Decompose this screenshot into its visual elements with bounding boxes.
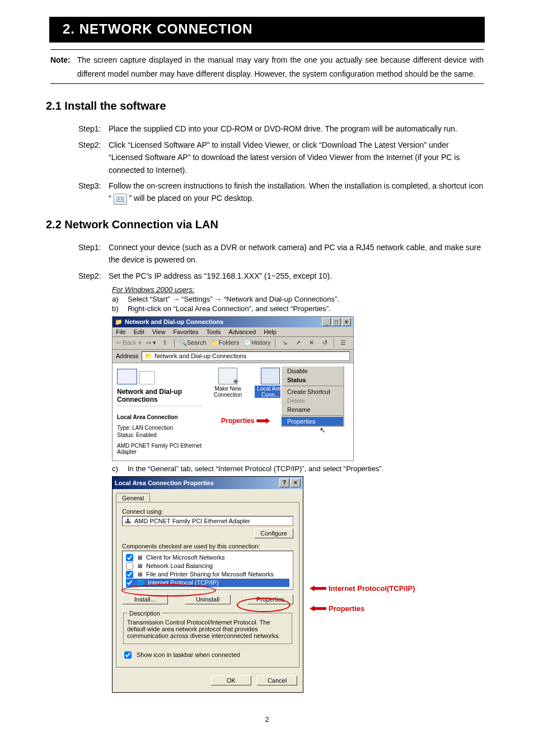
s22-step2-body: Set the PC’s IP address as “192.168.1.XX… [109,270,484,282]
red-arrow-left-icon [310,585,326,591]
address-value: Network and Dial-up Connections [154,353,246,359]
ctx-properties[interactable]: Properties [282,417,343,426]
ctx-disable[interactable]: Disable [282,367,343,375]
folder-icon: 📁 [115,318,123,326]
chk-client[interactable] [126,554,133,561]
ctx-create-shortcut[interactable]: Create Shortcut [282,387,343,396]
item-fps: File and Printer Sharing for Microsoft N… [146,571,274,577]
tb-back[interactable]: ⇦ Back ▾ [116,339,142,346]
up-icon[interactable]: ⇧ [161,339,170,348]
sub-a-label: a) [112,295,122,303]
shortcut-icon [114,194,127,205]
left-adapter: AMD PCNET Family PCI Ethernet Adapter [117,443,203,455]
show-icon-label: Show icon in taskbar when connected [137,651,240,658]
s22-step1-label: Step1: [78,241,109,266]
monitor-icon: 🖥 [137,554,143,561]
left-status: Status: Enabled [117,432,203,438]
menu-tools[interactable]: Tools [207,328,221,335]
tab-strip: General [113,489,303,502]
description-body: Transmission Control Protocol/Internet P… [127,619,288,639]
components-list[interactable]: 🖥Client for Microsoft Networks 🖥Network … [122,551,293,590]
menu-edit[interactable]: Edit [134,328,144,335]
install-button[interactable]: Install... [122,594,168,604]
sub-list-c: c) In the “General” tab, select “Interne… [112,464,484,473]
context-menu[interactable]: Disable Status Create Shortcut Delete Re… [280,365,344,427]
note-label: Note: [50,53,71,67]
left-type: Type: LAN Connection [117,425,173,431]
help-button[interactable]: ? [279,478,289,487]
for-win2000-note: For Windows 2000 users: [112,285,484,294]
win2k-addressbar: Address 📁 Network and Dial-up Connection… [113,350,353,363]
copy-to-icon[interactable]: ↗ [293,339,302,348]
win2k-menubar[interactable]: File Edit View Favorites Tools Advanced … [113,327,353,337]
ok-button[interactable]: OK [211,675,251,685]
item-nlb: Network Load Balancing [146,562,213,569]
screenshot-network-dialup: 📁 Network and Dial-up Connections _ □ × … [112,316,354,461]
step2-body: Click “Licensed Software AP” to install … [109,139,484,176]
callout-internet-protocol: Internet Protocol(TCP/IP) [329,584,415,593]
description-legend: Description [127,610,162,617]
monitor-icon: 🖥 [137,571,143,577]
rule-top [50,49,484,50]
properties-button[interactable]: Properties [247,594,293,604]
configure-button[interactable]: Configure [254,528,293,538]
s22-step1-body: Connect your device (such as a DVR or ne… [109,241,484,266]
make-new-connection-label: Make New Connection [212,386,243,398]
tab-general[interactable]: General [116,493,150,503]
win2k-titlebar[interactable]: 📁 Network and Dial-up Connections _ □ × [113,317,353,327]
dlg-titlebar[interactable]: Local Area Connection Properties ? × [113,477,303,489]
note-block: Note: The screen capture displayed in th… [50,53,484,81]
s22-step2-label: Step2: [78,270,109,282]
close-button-2[interactable]: × [291,478,301,487]
chk-fps[interactable] [126,571,133,578]
step2-label: Step2: [78,139,109,176]
ctx-rename[interactable]: Rename [282,405,343,414]
svg-point-2 [121,198,123,200]
maximize-button[interactable]: □ [332,318,341,326]
menu-file[interactable]: File [116,328,126,335]
section-2-2-title: 2.2 Network Connection via LAN [46,218,484,231]
undo-icon[interactable]: ↺ [320,339,329,348]
ctx-status[interactable]: Status [282,375,343,384]
left-title: Network and Dial-up Connections [117,388,203,403]
cancel-button[interactable]: Cancel [257,675,297,685]
menu-view[interactable]: View [152,328,166,335]
callout-properties-1: Properties [221,417,254,425]
section-2-1-title: 2.1 Install the software [46,100,484,112]
tb-forward[interactable]: ⇨ ▾ [146,339,156,346]
section-2-1-steps: Step1: Place the supplied CD into your C… [78,123,484,204]
svg-rect-0 [116,197,124,201]
step1-label: Step1: [78,123,109,135]
adapter-field[interactable]: 🖧 AMD PCNET Family PCI Ethernet Adapter [122,516,293,526]
close-button[interactable]: × [342,318,351,326]
chk-nlb[interactable] [126,562,133,570]
tb-search[interactable]: 🔍Search [179,339,207,346]
menu-advanced[interactable]: Advanced [228,328,256,335]
screenshot-lan-properties: Local Area Connection Properties ? × Gen… [112,476,303,693]
address-field[interactable]: 📁 Network and Dial-up Connections [142,351,350,361]
tb-folders[interactable]: 📁Folders [211,339,240,346]
menu-help[interactable]: Help [264,328,277,335]
sub-a-body: Select “Start” → “Settings” → “Network a… [128,295,339,303]
chapter-title: 2. NETWORK CONNECTION [49,21,485,37]
show-icon-checkbox[interactable] [124,651,132,659]
protocol-icon: 🌐 [137,579,144,586]
step3-body-after: ” will be placed on your PC desktop. [129,194,254,203]
move-to-icon[interactable]: ↘ [280,339,289,348]
make-new-connection-icon[interactable]: ✳ Make New Connection [212,368,243,398]
views-icon[interactable]: ☰ [339,339,348,348]
description-group: Description Transmission Control Protoco… [123,610,292,644]
chk-tcpip[interactable] [126,579,133,586]
menu-favorites[interactable]: Favorites [173,328,198,335]
chapter-heading-bar: 2. NETWORK CONNECTION [49,17,485,43]
cursor-icon: ↖ [320,426,326,434]
delete-icon[interactable]: ✕ [307,339,316,348]
minimize-button[interactable]: _ [322,318,331,326]
svg-point-1 [118,198,119,200]
dlg-title: Local Area Connection Properties [115,480,214,486]
address-label: Address [116,353,138,359]
monitor-icon: 🖥 [137,562,143,569]
tb-history[interactable]: 🕘History [243,339,270,346]
uninstall-button[interactable]: Uninstall [185,594,231,604]
left-selected-name: Local Area Connection [117,414,203,420]
